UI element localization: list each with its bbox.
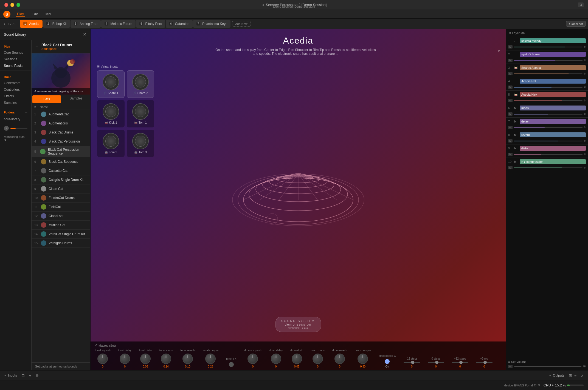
pack-list-item[interactable]: 3 Black Cat Drums [32, 128, 90, 137]
tab-cataratas[interactable]: 6 Cataratas [166, 20, 193, 28]
layer-name-bar[interactable]: synthDulcimer [520, 52, 586, 57]
pack-list-item[interactable]: 2 Augmentigris [32, 119, 90, 128]
pack-list-item[interactable]: 8 Catigris Single Drum Kit [32, 175, 90, 184]
bottom-icon-3[interactable]: ⊕ [35, 373, 39, 378]
tab-pitchy[interactable]: 5 Pitchy Perc [136, 20, 165, 28]
nav-folders-add-button[interactable]: + [25, 110, 27, 115]
set-volume-fader[interactable] [514, 366, 581, 367]
sidebar-item-sessions[interactable]: Sessions [0, 56, 31, 62]
pack-list-item[interactable]: 5 Black Cat Percussion Sequence [32, 146, 90, 157]
layer-name-bar[interactable]: Snares Acedia [520, 65, 586, 70]
layer-name-bar[interactable]: Acedia Kick [520, 92, 586, 97]
layer-m-button[interactable]: M [508, 166, 513, 169]
close-button[interactable] [4, 3, 8, 7]
grid-view-button[interactable]: ⊞ [569, 373, 572, 378]
layer-fader[interactable] [514, 100, 583, 101]
set-vol-m-button[interactable]: M [508, 365, 513, 368]
layer-m-button[interactable]: M [508, 59, 513, 62]
layer-m-button[interactable]: M [508, 72, 513, 75]
layer-name-bar[interactable]: NY compression [520, 159, 586, 164]
sidebar-item-core-sounds[interactable]: Core Sounds [0, 49, 31, 56]
sidebar-item-generators[interactable]: Generators [0, 80, 31, 86]
pack-list-item[interactable]: 9 Clean Cat [32, 184, 90, 193]
layer-fader[interactable] [514, 167, 583, 168]
vi-snare1[interactable]: 🎵 Snare 1 [97, 70, 125, 98]
pack-list-item[interactable]: 15 Verdigris Drums [32, 239, 90, 248]
layer-name-bar[interactable]: delay [520, 119, 586, 124]
maximize-button[interactable] [16, 3, 20, 7]
pack-list-item[interactable]: 7 Cassette Cat [32, 166, 90, 175]
macro-knob-dial[interactable] [97, 354, 108, 364]
pack-list-item[interactable]: 1 AugmentaCat [32, 110, 90, 119]
pack-list-item[interactable]: 6 Black Cat Sequence [32, 157, 90, 166]
sidebar-item-effects[interactable]: Effects [0, 93, 31, 99]
layer-name-bar[interactable]: mods [520, 106, 586, 110]
collapse-button[interactable]: ∧ [581, 373, 584, 378]
layer-fader[interactable] [514, 87, 583, 88]
settings-icon[interactable]: ⚙ [538, 383, 540, 387]
bottom-icon-1[interactable]: ⊡ [21, 373, 25, 378]
pack-tab-samples[interactable]: Samples [62, 95, 90, 104]
macro-knob-dial[interactable] [161, 354, 171, 364]
macro-knob-dial[interactable] [292, 354, 302, 364]
tab-phantasma[interactable]: 7 Phantasma Keys [193, 20, 230, 28]
macro-slider[interactable] [404, 362, 420, 363]
macro-knob-dial[interactable] [313, 354, 323, 364]
layer-fader[interactable] [514, 47, 583, 47]
pack-list-item[interactable]: 13 Muffled Cat [32, 221, 90, 230]
sidebar-item-controllers[interactable]: Controllers [0, 86, 31, 93]
layer-m-button[interactable]: M [508, 126, 513, 129]
tab-analog[interactable]: 3 Analog Trap [71, 20, 101, 28]
list-view-button[interactable]: ≡ [574, 373, 576, 378]
pack-list-item[interactable]: 12 Global set [32, 212, 90, 221]
bottom-icon-2[interactable]: ♦ [29, 373, 31, 378]
tab-acedia[interactable]: 1 Acedia [20, 20, 43, 28]
vi-tom3[interactable]: 🥁 Tom 3 [127, 130, 154, 157]
macro-led[interactable] [229, 362, 234, 367]
layer-m-button[interactable]: M [508, 112, 513, 116]
sidebar-item-samples[interactable]: Samples [0, 99, 31, 106]
macro-slider[interactable] [428, 362, 444, 363]
add-new-tab-button[interactable]: Add New [232, 21, 251, 27]
sidebar-item-core-library[interactable]: core-library [0, 116, 31, 123]
outputs-button[interactable]: ≡ Outputs [549, 374, 564, 377]
macro-slider[interactable] [452, 362, 468, 363]
layer-name-bar[interactable]: disto [520, 146, 586, 151]
macro-knob-dial[interactable] [334, 354, 345, 364]
tab-nav-left[interactable]: ‹ [2, 22, 7, 26]
pack-back-button[interactable]: ← [35, 44, 39, 49]
window-resize-button[interactable]: ⊡ [578, 2, 584, 7]
layer-m-button[interactable]: M [508, 153, 513, 156]
vi-snare2[interactable]: 🎵 Snare 2 [127, 70, 154, 98]
layer-m-button[interactable]: M [508, 139, 513, 143]
layer-fader[interactable] [514, 73, 583, 74]
layer-name-bar[interactable]: selesta melody [520, 38, 586, 43]
pack-list-item[interactable]: 4 Black Cat Percussion [32, 137, 90, 146]
layer-m-button[interactable]: M [508, 99, 513, 102]
layer-fader[interactable] [514, 127, 583, 128]
macro-knob-dial[interactable] [182, 354, 193, 364]
vi-kick1[interactable]: 🥁 Kick 1 [97, 100, 125, 127]
pack-list-item[interactable]: 11 FieldCat [32, 203, 90, 212]
acedia-expand-button[interactable]: ∨ [497, 49, 500, 53]
layer-name-bar[interactable]: reverb [520, 132, 586, 137]
vi-tom2[interactable]: 🥁 Tom 2 [97, 130, 125, 157]
pack-tab-sets[interactable]: Sets [32, 95, 61, 103]
macro-slider[interactable] [476, 362, 493, 363]
menu-play[interactable]: Play [16, 11, 25, 17]
monitoring-outs[interactable]: Monitoring outs ▼ [0, 134, 31, 143]
menu-edit[interactable]: Edit [30, 12, 39, 17]
macro-led[interactable] [385, 359, 390, 364]
pack-list-item[interactable]: 14 VerdiCat Single Drum Kit [32, 230, 90, 239]
layer-m-button[interactable]: M [508, 86, 513, 89]
layer-fader[interactable] [514, 141, 583, 141]
macro-knob-dial[interactable] [140, 354, 151, 364]
minimize-button[interactable] [10, 3, 14, 7]
macro-knob-dial[interactable] [247, 354, 258, 364]
layer-fader[interactable] [514, 114, 583, 115]
layer-m-button[interactable]: M [508, 45, 513, 49]
sidebar-item-sound-packs[interactable]: Sound Packs [0, 62, 31, 69]
macro-knob-dial[interactable] [271, 354, 281, 364]
library-close-button[interactable]: ✕ [83, 32, 86, 37]
macro-knob-dial[interactable] [205, 354, 216, 364]
